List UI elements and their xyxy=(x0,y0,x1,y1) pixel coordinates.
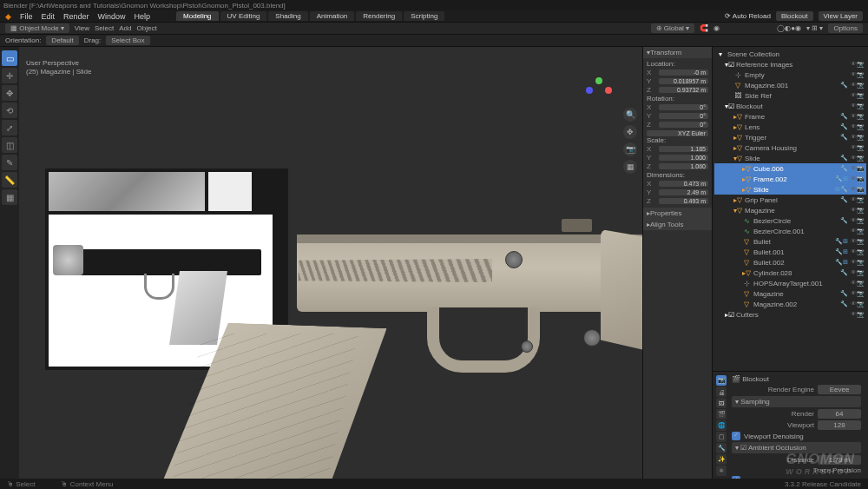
loc-y[interactable]: 0.018957 m xyxy=(659,78,708,84)
viewport-samples[interactable]: 128 xyxy=(818,420,861,430)
ol-frame002[interactable]: ▸▽Frame.002🔧⊞👁📷 xyxy=(714,174,866,184)
pt-render[interactable]: 📷 xyxy=(716,375,727,386)
ol-cutters[interactable]: ▸☑Cutters👁📷 xyxy=(714,309,866,320)
pan-icon[interactable]: ✥ xyxy=(623,125,637,139)
ol-empty[interactable]: ⊹Empty👁📷 xyxy=(714,69,866,80)
drag-selectbox[interactable]: Select Box xyxy=(106,36,149,45)
tool-measure[interactable]: 📏 xyxy=(2,172,17,188)
nav-gizmo[interactable] xyxy=(586,77,612,103)
rot-y[interactable]: 0° xyxy=(659,113,708,119)
camera-icon[interactable]: 📷 xyxy=(623,142,637,156)
pt-physics[interactable]: ⚛ xyxy=(716,466,727,476)
ao-header[interactable]: ▾ ☑ Ambient Occlusion xyxy=(732,442,861,453)
ol-slide-child[interactable]: ▸▽Slide⊞🔧👁📷 xyxy=(714,184,866,195)
ws-shading[interactable]: Shading xyxy=(268,11,307,21)
np-aligntools[interactable]: ▸ Align Tools xyxy=(643,219,712,230)
hdr-object[interactable]: Object xyxy=(137,24,157,32)
ol-magazine002[interactable]: ▽Magazine.002🔧👁📷 xyxy=(714,299,866,309)
loc-x[interactable]: -0 m xyxy=(659,69,708,76)
ol-lens[interactable]: ▸▽Lens🔧👁📷 xyxy=(714,122,866,132)
menu-help[interactable]: Help xyxy=(135,12,151,21)
ws-animation[interactable]: Animation xyxy=(310,11,355,21)
shading-toggles[interactable]: ◯◐●◉ xyxy=(777,24,801,32)
rot-z[interactable]: 0° xyxy=(659,122,708,128)
orientation-global[interactable]: ⊕ Global ▾ xyxy=(651,23,695,33)
tool-move[interactable]: ✥ xyxy=(2,85,17,101)
ws-scripting[interactable]: Scripting xyxy=(404,11,444,21)
hdr-add[interactable]: Add xyxy=(119,24,131,32)
ol-magazine[interactable]: ▾▽Magazine👁📷 xyxy=(714,205,866,215)
orientation-default[interactable]: Default xyxy=(46,36,78,45)
tool-rotate[interactable]: ⟲ xyxy=(2,102,17,118)
tool-select[interactable]: ▭ xyxy=(2,50,17,66)
vp-denoise-check[interactable]: ✓ xyxy=(732,432,740,440)
auto-reload[interactable]: ⟳ Auto Reload xyxy=(725,12,771,20)
sca-y[interactable]: 1.000 xyxy=(659,155,708,161)
pt-modifier[interactable]: 🔧 xyxy=(716,443,727,453)
ol-bezier[interactable]: ∿BezierCircle🔧👁📷 xyxy=(714,215,866,226)
np-properties[interactable]: ▸ Properties xyxy=(643,208,712,219)
np-transform-header[interactable]: ▾ Transform xyxy=(643,47,712,58)
tool-addcube[interactable]: ▦ xyxy=(2,189,17,205)
render-engine[interactable]: Eevee xyxy=(818,385,861,394)
ol-cube006[interactable]: ▸▽Cube.006🔧👁📷 xyxy=(714,163,866,174)
menu-window[interactable]: Window xyxy=(98,12,126,21)
pt-world[interactable]: 🌐 xyxy=(716,420,727,431)
viewport[interactable]: User Perspective (25) Magazine | Slide 🔍… xyxy=(19,47,642,489)
ol-trigger[interactable]: ▸▽Trigger🔧👁📷 xyxy=(714,132,866,142)
ol-magazine-child[interactable]: ▽Magazine🔧👁📷 xyxy=(714,288,866,299)
snap-icon[interactable]: 🧲 xyxy=(700,24,708,32)
pt-output[interactable]: 🖨 xyxy=(716,387,727,397)
ol-slide[interactable]: ▾▽Slide🔧👁📷 xyxy=(714,153,866,163)
ol-bezier001[interactable]: ∿BezierCircle.001👁📷 xyxy=(714,226,866,236)
outliner[interactable]: ▾Scene Collection ▾☑Reference Images👁📷 ⊹… xyxy=(713,47,868,371)
ol-ref-images[interactable]: ▾☑Reference Images👁📷 xyxy=(714,59,866,69)
ao-distance[interactable]: 1.78 m xyxy=(818,455,861,465)
ol-magazine001[interactable]: ▽Magazine.001🔧👁📷 xyxy=(714,80,866,90)
gizmo-z-icon[interactable] xyxy=(586,87,593,94)
ws-rendering[interactable]: Rendering xyxy=(356,11,402,21)
tool-transform[interactable]: ◫ xyxy=(2,137,17,153)
pt-particles[interactable]: ✨ xyxy=(716,454,727,465)
viewlayer-selector[interactable]: View Layer xyxy=(819,11,863,21)
hdr-select[interactable]: Select xyxy=(95,24,114,32)
menu-file[interactable]: File xyxy=(20,12,33,21)
ol-scene-collection[interactable]: ▾Scene Collection xyxy=(714,49,866,59)
header-options[interactable]: Options xyxy=(828,23,863,33)
ws-uv[interactable]: UV Editing xyxy=(220,11,267,21)
tool-scale[interactable]: ⤢ xyxy=(2,120,17,135)
rot-mode[interactable]: XYZ Euler xyxy=(647,130,708,136)
ol-hopsarray[interactable]: ⊹HOPSArrayTarget.001👁📷 xyxy=(714,278,866,288)
pt-object[interactable]: ▢ xyxy=(716,432,727,442)
ol-camerahousing[interactable]: ▸▽Camera Housing👁📷 xyxy=(714,142,866,153)
ol-blockout[interactable]: ▾☑Blockout👁📷 xyxy=(714,101,866,111)
hdr-view[interactable]: View xyxy=(75,24,89,32)
gizmo-y-icon[interactable] xyxy=(595,77,602,84)
menu-edit[interactable]: Edit xyxy=(42,12,56,21)
persp-icon[interactable]: ▦ xyxy=(623,160,637,174)
mode-selector[interactable]: ▦ Object Mode ▾ xyxy=(5,23,69,33)
loc-z[interactable]: 0.93732 m xyxy=(659,87,708,93)
render-samples[interactable]: 64 xyxy=(818,409,861,419)
gizmo-x-icon[interactable] xyxy=(605,87,612,94)
overlay-icons[interactable]: ▾ ⊞ ▾ xyxy=(806,24,823,32)
ol-cylinder028[interactable]: ▸▽Cylinder.028🔧👁📷 xyxy=(714,268,866,278)
proportional-icon[interactable]: ◉ xyxy=(713,24,720,32)
rot-x[interactable]: 0° xyxy=(659,104,708,110)
ol-bullet002[interactable]: ▽Bullet.002🔧⊞👁📷 xyxy=(714,257,866,268)
sca-x[interactable]: 1.185 xyxy=(659,146,708,152)
pt-scene[interactable]: 🎬 xyxy=(716,409,727,420)
ol-grippanel[interactable]: ▸▽Grip Panel🔧👁📷 xyxy=(714,195,866,205)
zoom-icon[interactable]: 🔍 xyxy=(623,108,637,122)
sca-z[interactable]: 1.060 xyxy=(659,163,708,169)
ol-bullet[interactable]: ▽Bullet🔧⊞👁📷 xyxy=(714,236,866,247)
ol-bullet001[interactable]: ▽Bullet.001🔧⊞👁📷 xyxy=(714,247,866,257)
ol-sideref[interactable]: 🖼Side Ref👁📷 xyxy=(714,90,866,101)
tool-annotate[interactable]: ✎ xyxy=(2,155,17,170)
menu-render[interactable]: Render xyxy=(63,12,89,21)
ol-frame[interactable]: ▸▽Frame🔧👁📷 xyxy=(714,111,866,122)
sampling-header[interactable]: ▾ Sampling xyxy=(732,396,861,407)
ws-modeling[interactable]: Modeling xyxy=(176,11,218,21)
tool-cursor[interactable]: ✛ xyxy=(2,68,17,83)
scene-selector[interactable]: Blockout xyxy=(776,11,813,21)
